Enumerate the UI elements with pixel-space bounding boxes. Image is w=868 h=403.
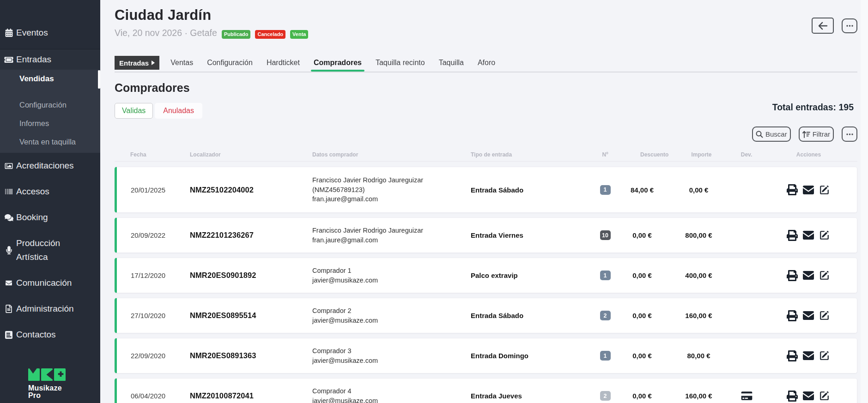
table-row[interactable]: 17/12/2020 NMR20ES0901892 Comprador 1jav…: [115, 258, 857, 293]
row-localizador: NMZ22101236267: [190, 231, 312, 240]
sidebar-item-produccion[interactable]: Producción Artística: [0, 230, 100, 270]
submenu-item-configuracion[interactable]: Configuración: [0, 96, 100, 114]
row-descuento: 0,00 €: [619, 231, 665, 239]
row-datos-comprador: Comprador 2javier@musikaze.com: [312, 306, 471, 325]
entradas-submenu: Vendidas Configuración Informes Venta en…: [0, 70, 100, 153]
sidebar-item-entradas[interactable]: Entradas: [0, 49, 100, 70]
tab-ventas[interactable]: Ventas: [170, 56, 193, 72]
column-header-acciones[interactable]: Acciones: [761, 150, 856, 161]
column-header-importe[interactable]: Importe: [665, 150, 732, 161]
mail-icon[interactable]: [802, 229, 814, 241]
header-actions: [812, 18, 857, 34]
buscar-label: Buscar: [765, 130, 787, 138]
column-header-dev[interactable]: Dev.: [732, 150, 761, 161]
column-header-descuento[interactable]: Descuento: [619, 150, 665, 161]
microphone-icon: [3, 246, 14, 254]
quantity-badge: 1: [600, 351, 611, 361]
event-date-location: Vie, 20 nov 2026 · Getafe: [115, 28, 217, 38]
row-acciones: [761, 390, 856, 402]
print-icon[interactable]: [786, 390, 798, 402]
row-datos-line: javier@musikaze.com: [312, 356, 471, 366]
mail-icon[interactable]: [802, 270, 814, 282]
print-icon[interactable]: [786, 310, 798, 322]
print-icon[interactable]: [786, 350, 798, 362]
quantity-badge: 1: [600, 185, 611, 195]
row-tipo-entrada: Entrada Sábado: [471, 312, 591, 319]
edit-icon[interactable]: [819, 310, 831, 322]
row-datos-comprador: Comprador 4javier@musikaze.com: [312, 386, 471, 403]
edit-icon[interactable]: [819, 229, 831, 241]
mail-icon[interactable]: [802, 390, 814, 402]
print-icon[interactable]: [786, 270, 798, 282]
tab-aforo[interactable]: Aforo: [478, 56, 495, 72]
sidebar-item-eventos[interactable]: Eventos: [0, 20, 100, 46]
table-row[interactable]: 22/09/2020 NMR20ES0891363 Comprador 3jav…: [115, 338, 857, 373]
sidebar-item-booking[interactable]: Booking: [0, 205, 100, 230]
row-localizador: NMZ25102204002: [190, 186, 312, 194]
tab-configuracion[interactable]: Configuración: [207, 56, 253, 72]
row-fecha: 17/12/2020: [117, 271, 190, 279]
mail-icon[interactable]: [802, 184, 814, 196]
tab-compradores[interactable]: Compradores: [314, 56, 362, 72]
column-header-localizador[interactable]: Localizador: [190, 150, 312, 161]
mail-icon[interactable]: [802, 310, 814, 322]
table-row[interactable]: 27/10/2020 NMR20ES0895514 Comprador 2jav…: [115, 298, 857, 333]
ellipsis-icon: [846, 133, 853, 135]
table-row[interactable]: 20/09/2022 NMZ22101236267 Francisco Javi…: [115, 217, 857, 253]
edit-icon[interactable]: [819, 390, 831, 402]
status-badge-venta: Venta: [290, 30, 308, 39]
row-descuento: 0,00 €: [619, 392, 665, 400]
filtrar-button[interactable]: Filtrar: [799, 126, 834, 142]
quantity-badge: 2: [600, 391, 611, 401]
row-num: 1: [591, 185, 619, 195]
submenu-item-venta-taquilla[interactable]: Venta en taquilla: [0, 132, 100, 151]
row-datos-line: Francisco Javier Rodrigo Jaureguizar: [312, 226, 471, 235]
sidebar-item-accesos[interactable]: Accesos: [0, 179, 100, 205]
sidebar-item-acreditaciones[interactable]: Acreditaciones: [0, 153, 100, 179]
mail-icon[interactable]: [802, 350, 814, 362]
column-header-fecha[interactable]: Fecha: [117, 150, 190, 161]
barcode-icon: [3, 188, 14, 195]
table-more-button[interactable]: [842, 126, 857, 142]
submenu-item-informes[interactable]: Informes: [0, 114, 100, 132]
row-importe: 0,00 €: [665, 186, 732, 194]
row-localizador: NMR20ES0891363: [190, 351, 312, 360]
column-header-tipo[interactable]: Tipo de entrada: [471, 150, 591, 161]
event-subtitle: Vie, 20 nov 2026 · Getafe Publicado Canc…: [115, 28, 857, 39]
back-button[interactable]: [812, 18, 834, 34]
row-acciones: [761, 350, 856, 362]
credit-card-icon: [741, 391, 753, 401]
edit-icon[interactable]: [819, 184, 831, 196]
anuladas-button[interactable]: Anuladas: [155, 103, 202, 119]
edit-icon[interactable]: [819, 270, 831, 282]
sidebar-item-administracion[interactable]: Administración: [0, 296, 100, 322]
row-datos-line: Comprador 3: [312, 346, 471, 356]
sidebar-item-contactos[interactable]: Contactos: [0, 322, 100, 348]
table-row[interactable]: 06/04/2020 NMZ20100872041 Comprador 4jav…: [115, 378, 857, 403]
column-header-datos[interactable]: Datos comprador: [312, 150, 471, 161]
image-icon: [3, 162, 14, 170]
musikaze-logo-icon: [28, 368, 66, 381]
header-more-button[interactable]: [842, 18, 857, 33]
column-header-num[interactable]: Nº: [591, 150, 619, 161]
row-num: 2: [591, 391, 619, 401]
print-icon[interactable]: [786, 184, 798, 196]
sidebar-item-comunicacion[interactable]: Comunicación: [0, 270, 100, 296]
validas-button[interactable]: Validas: [115, 103, 153, 119]
print-icon[interactable]: [786, 229, 798, 241]
tab-hardticket[interactable]: Hardticket: [267, 56, 300, 72]
row-acciones: [761, 229, 856, 241]
buscar-button[interactable]: Buscar: [752, 126, 791, 142]
ellipsis-icon: [846, 25, 853, 27]
edit-icon[interactable]: [819, 350, 831, 362]
musikaze-logo[interactable]: Musikaze Pro: [28, 368, 66, 399]
row-datos-line: (NMZ456789123): [312, 185, 471, 195]
entradas-menu-button[interactable]: Entradas: [115, 56, 159, 70]
tab-taquilla-recinto[interactable]: Taquilla recinto: [376, 56, 425, 72]
table-row[interactable]: 20/01/2025 NMZ25102204002 Francisco Javi…: [115, 167, 857, 213]
tab-taquilla[interactable]: Taquilla: [439, 56, 464, 72]
submenu-item-vendidas[interactable]: Vendidas: [0, 70, 100, 88]
status-badge-cancelado: Cancelado: [255, 30, 285, 39]
arrow-left-icon: [818, 22, 828, 30]
sidebar-item-label: Acreditaciones: [16, 159, 74, 173]
